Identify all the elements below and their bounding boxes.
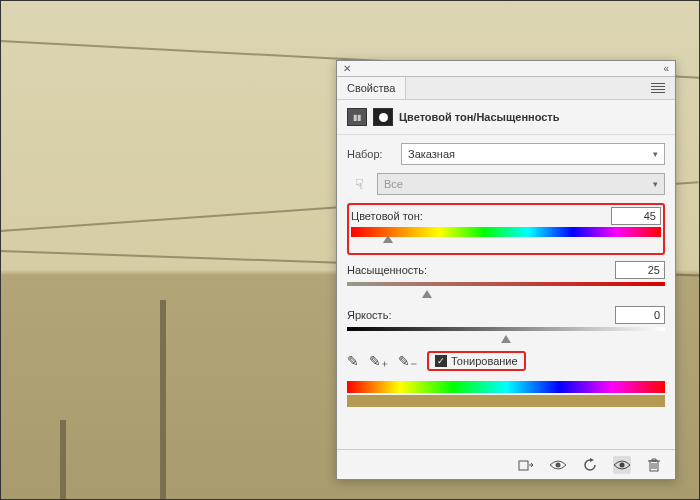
view-previous-icon[interactable] [549,456,567,474]
eyedropper-subtract-icon[interactable]: ✎₋ [398,353,417,369]
range-select[interactable]: Все ▾ [377,173,665,195]
bg-pole [160,300,166,500]
collapse-icon[interactable]: « [663,63,669,74]
saturation-slider[interactable] [347,282,665,292]
mask-icon[interactable] [373,108,393,126]
visibility-icon[interactable] [613,456,631,474]
colorize-checkbox[interactable]: ✓ [435,355,447,367]
tab-row: Свойства [337,77,675,100]
adjustment-title: Цветовой тон/Насыщенность [399,111,560,123]
svg-point-1 [556,462,561,467]
hue-label: Цветовой тон: [351,210,423,222]
reset-icon[interactable] [581,456,599,474]
range-value: Все [384,178,403,190]
svg-rect-0 [519,461,528,470]
preset-value: Заказная [408,148,455,160]
slider-thumb[interactable] [422,290,432,298]
saturation-label: Насыщенность: [347,264,427,276]
preset-label: Набор: [347,148,395,160]
chevron-down-icon: ▾ [653,149,658,159]
panel-footer [337,449,675,479]
eyedropper-add-icon[interactable]: ✎₊ [369,353,388,369]
colorize-label: Тонирование [451,355,518,367]
menu-icon[interactable] [647,79,669,97]
bg-pole [60,420,66,500]
hue-input[interactable]: 45 [611,207,661,225]
chevron-down-icon: ▾ [653,179,658,189]
svg-point-2 [620,462,625,467]
hue-sat-icon: ▮▮ [347,108,367,126]
eyedropper-icon[interactable]: ✎ [347,353,359,369]
adjustment-header: ▮▮ Цветовой тон/Насыщенность [337,100,675,135]
hue-slider[interactable] [351,227,661,237]
tab-properties[interactable]: Свойства [337,77,406,99]
properties-panel: ✕ « Свойства ▮▮ Цветовой тон/Насыщенност… [336,60,676,480]
brightness-slider[interactable] [347,327,665,337]
close-icon[interactable]: ✕ [343,63,351,74]
result-strip [347,395,665,407]
slider-thumb[interactable] [501,335,511,343]
slider-thumb[interactable] [383,235,393,243]
preset-select[interactable]: Заказная ▾ [401,143,665,165]
scrubby-hand-icon[interactable]: ☟ [347,176,371,192]
brightness-input[interactable]: 0 [615,306,665,324]
panel-titlebar: ✕ « [337,61,675,77]
hue-highlight: Цветовой тон: 45 [347,203,665,255]
brightness-label: Яркость: [347,309,391,321]
colorize-highlight: ✓ Тонирование [427,351,526,371]
trash-icon[interactable] [645,456,663,474]
clip-to-layer-icon[interactable] [517,456,535,474]
spectrum-strip [347,381,665,393]
saturation-input[interactable]: 25 [615,261,665,279]
